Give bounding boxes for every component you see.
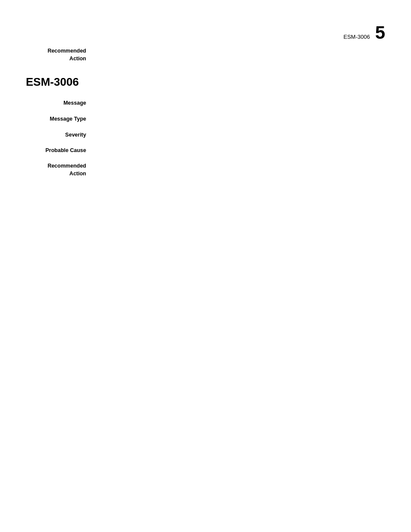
probable-cause-label: Probable Cause [26, 146, 90, 155]
page-header: ESM-3006 5 [343, 24, 385, 42]
header-number: 5 [375, 24, 385, 42]
prev-recommended-action-row: RecommendedAction [26, 47, 396, 62]
recommended-action-row: RecommendedAction [26, 162, 396, 177]
fields-container: Message Message Type Severity Probable C… [26, 99, 396, 177]
prev-recommended-action-label: RecommendedAction [26, 47, 90, 62]
section-title: ESM-3006 [26, 75, 396, 89]
severity-label: Severity [26, 131, 90, 139]
probable-cause-row: Probable Cause [26, 146, 396, 155]
message-label: Message [26, 99, 90, 107]
severity-row: Severity [26, 131, 396, 139]
recommended-action-label: RecommendedAction [26, 162, 90, 177]
content-area: RecommendedAction ESM-3006 Message Messa… [26, 47, 396, 177]
message-type-row: Message Type [26, 115, 396, 123]
message-type-label: Message Type [26, 115, 90, 123]
header-code: ESM-3006 [343, 34, 370, 40]
message-row: Message [26, 99, 396, 107]
